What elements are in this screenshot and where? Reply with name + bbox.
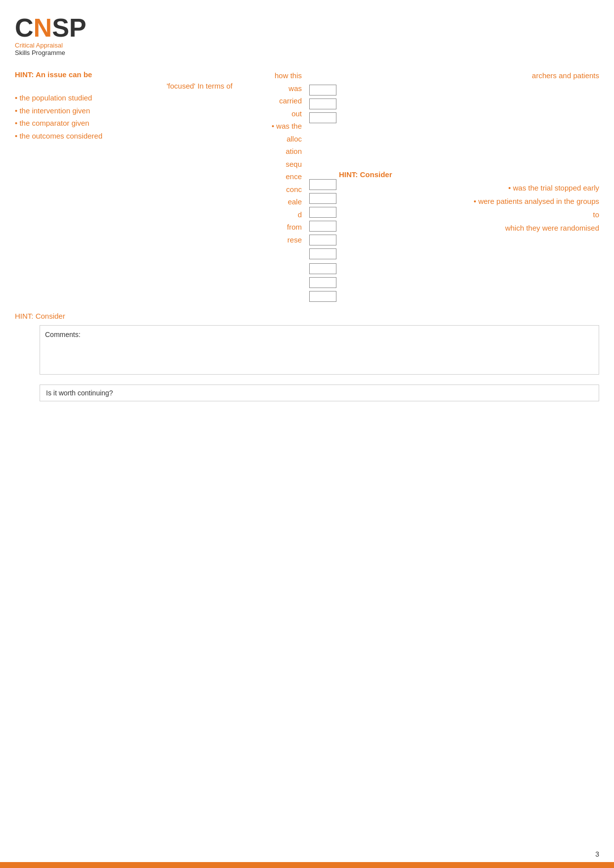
footer-bar: [0, 862, 614, 868]
middle-d: d: [242, 208, 302, 221]
archers-text: archers and patients: [309, 69, 599, 82]
continuing-label: Is it worth continuing?: [46, 389, 113, 397]
checkbox-hint-5[interactable]: [309, 235, 336, 245]
hint-item3: to: [339, 208, 599, 221]
hint-bottom-section: HINT: Consider: [15, 312, 599, 320]
logo-text: CNSP: [15, 15, 87, 41]
hint-consider-items: • was the trial stopped early • were pat…: [339, 181, 599, 235]
comments-label: Comments:: [45, 331, 81, 338]
checkbox-1[interactable]: [309, 85, 336, 96]
middle-col: how this was carried out • was the alloc…: [242, 69, 307, 246]
left-col: HINT: An issue can be 'focused' In terms…: [15, 69, 242, 142]
middle-alloc: alloc: [242, 133, 302, 145]
middle-conc: conc: [242, 183, 302, 196]
middle-sequ: sequ: [242, 158, 302, 171]
checkbox-b1[interactable]: [309, 263, 336, 274]
middle-ence: ence: [242, 170, 302, 183]
middle-carried: carried: [242, 95, 302, 107]
continuing-box[interactable]: Is it worth continuing?: [40, 385, 599, 401]
middle-from: from: [242, 221, 302, 234]
page-number: 3: [595, 850, 599, 858]
logo-subtitle1: Critical Appraisal: [15, 42, 87, 49]
checkboxes-top: [309, 85, 599, 123]
hint-item1: • was the trial stopped early: [339, 181, 599, 194]
hint-consider-bottom-label: HINT: Consider: [15, 312, 599, 320]
checkbox-b3[interactable]: [309, 291, 336, 302]
hint-line1: HINT: An issue can be: [15, 69, 242, 81]
right-col: archers and patients HI: [307, 69, 599, 302]
checkboxes-middle: [309, 179, 336, 259]
middle-how-this: how this: [242, 69, 302, 82]
checkbox-hint-3[interactable]: [309, 207, 336, 218]
hint-item2: • were patients analysed in the groups: [339, 194, 599, 208]
checkbox-hint-2[interactable]: [309, 193, 336, 204]
checkbox-2[interactable]: [309, 98, 336, 109]
middle-out: out: [242, 107, 302, 120]
bullet-intervention: • the intervention given: [15, 104, 242, 117]
checkbox-hint-4[interactable]: [309, 221, 336, 232]
logo-subtitle2: Skills Programme: [15, 49, 87, 56]
hint-item4: which they were randomised: [339, 221, 599, 235]
middle-rese: rese: [242, 234, 302, 246]
bullet-population: • the population studied: [15, 92, 242, 104]
checkboxes-bottom: [309, 263, 599, 302]
comments-box[interactable]: Comments:: [40, 325, 599, 375]
main-content: HINT: An issue can be 'focused' In terms…: [15, 69, 599, 401]
checkbox-hint-6[interactable]: [309, 248, 336, 259]
hint-consider-text: HINT: Consider • was the trial stopped e…: [339, 170, 599, 235]
middle-eale: eale: [242, 195, 302, 208]
middle-was: was: [242, 82, 302, 95]
logo-area: CNSP Critical Appraisal Skills Programme: [15, 15, 87, 56]
middle-bullet-was: • was the: [242, 120, 302, 133]
bullet-outcomes: • the outcomes considered: [15, 130, 242, 143]
checkbox-hint-1[interactable]: [309, 179, 336, 190]
hint-consider-label: HINT: Consider: [339, 170, 599, 179]
bullet-comparator: • the comparator given: [15, 117, 242, 130]
checkbox-3[interactable]: [309, 112, 336, 123]
middle-ation: ation: [242, 145, 302, 158]
hint-consider-block: HINT: Consider • was the trial stopped e…: [309, 170, 599, 259]
hint-line2: 'focused' In terms of: [15, 81, 242, 92]
checkbox-b2[interactable]: [309, 277, 336, 288]
